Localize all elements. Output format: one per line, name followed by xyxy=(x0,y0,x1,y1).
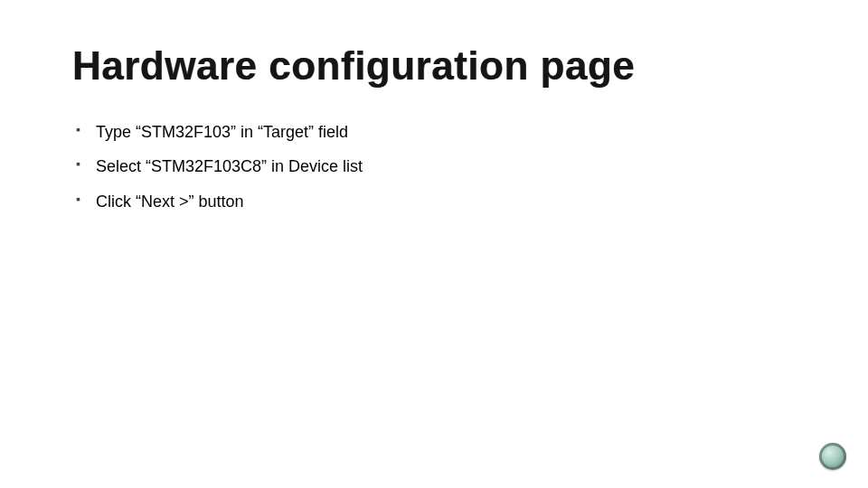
list-item: Type “STM32F103” in “Target” field xyxy=(76,121,796,143)
page-title: Hardware configuration page xyxy=(72,45,796,87)
bullet-text: Click “Next >” button xyxy=(96,192,244,211)
bullet-text: Select “STM32F103C8” in Device list xyxy=(96,157,363,175)
decorative-orb-icon xyxy=(819,443,846,470)
slide: Hardware configuration page Type “STM32F… xyxy=(0,0,868,488)
list-item: Click “Next >” button xyxy=(76,191,796,212)
bullet-list: Type “STM32F103” in “Target” field Selec… xyxy=(72,121,796,212)
list-item: Select “STM32F103C8” in Device list xyxy=(76,155,796,177)
bullet-text: Type “STM32F103” in “Target” field xyxy=(96,123,348,141)
